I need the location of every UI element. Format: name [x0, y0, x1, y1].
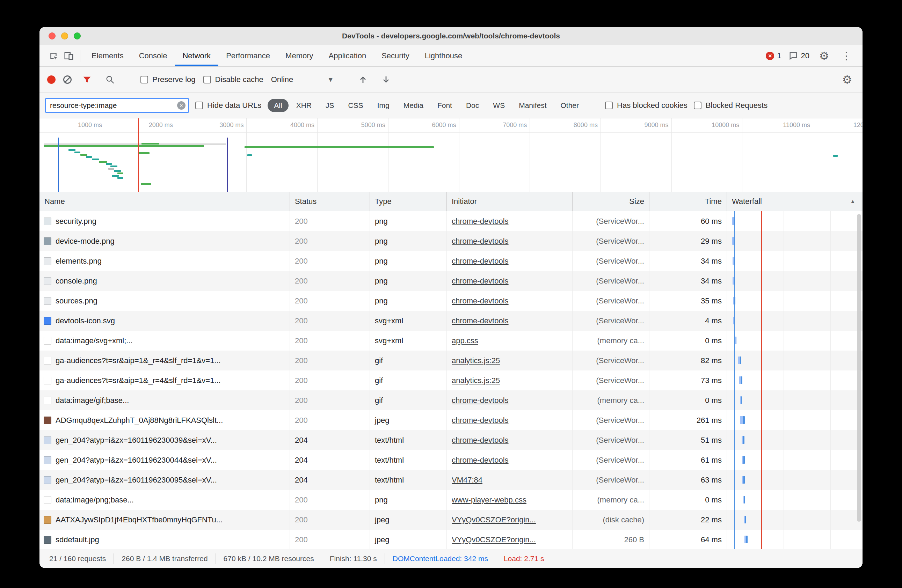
initiator-link[interactable]: chrome-devtools	[452, 456, 509, 465]
column-header-status[interactable]: Status	[290, 192, 370, 211]
table-row[interactable]: gen_204?atyp=i&zx=1601196230039&sei=xV..…	[39, 430, 863, 450]
table-row[interactable]: ga-audiences?t=sr&aip=1&_r=4&slf_rd=1&v=…	[39, 371, 863, 390]
status-bar-item: 21 / 160 requests	[42, 555, 114, 563]
table-row[interactable]: devtools-icon.svg200svg+xmlchrome-devtoo…	[39, 311, 863, 331]
timeline-tick-label: 10000 ms	[669, 122, 739, 129]
initiator-link[interactable]: chrome-devtools	[452, 416, 509, 425]
waterfall-bar	[739, 377, 742, 384]
request-name: data:image/gif;base...	[56, 396, 129, 405]
network-settings-gear-icon[interactable]: ⚙	[839, 72, 855, 87]
tab-performance[interactable]: Performance	[218, 45, 278, 66]
table-row[interactable]: device-mode.png200pngchrome-devtools(Ser…	[39, 231, 863, 251]
clear-requests-icon[interactable]	[63, 75, 72, 84]
filter-pill-other[interactable]: Other	[554, 99, 586, 112]
table-row[interactable]: sources.png200pngchrome-devtools(Service…	[39, 291, 863, 311]
table-row[interactable]: gen_204?atyp=i&zx=1601196230095&sei=xV..…	[39, 470, 863, 490]
has-blocked-cookies-checkbox[interactable]: Has blocked cookies	[605, 101, 687, 110]
initiator-link[interactable]: VM47:84	[452, 475, 482, 485]
column-header-type[interactable]: Type	[370, 192, 447, 211]
search-icon[interactable]	[102, 72, 118, 87]
filter-input[interactable]	[46, 101, 188, 109]
settings-gear-icon[interactable]: ⚙	[816, 48, 832, 64]
initiator-link[interactable]: chrome-devtools	[452, 296, 509, 305]
table-row[interactable]: sddefault.jpg200jpegVYyQv0CSZOE?origin..…	[39, 530, 863, 549]
tab-elements[interactable]: Elements	[84, 45, 132, 66]
throttling-select[interactable]: Online ▾	[271, 75, 333, 84]
filter-pill-media[interactable]: Media	[397, 99, 430, 112]
column-header-initiator[interactable]: Initiator	[447, 192, 573, 211]
table-row[interactable]: elements.png200pngchrome-devtools(Servic…	[39, 251, 863, 271]
import-har-icon[interactable]	[355, 72, 371, 87]
initiator-link[interactable]: chrome-devtools	[452, 217, 509, 226]
filter-pill-img[interactable]: Img	[371, 99, 396, 112]
table-row[interactable]: ADGmqu8qexLZuhphT_0Aj88Ng8riLFKASQlslt..…	[39, 410, 863, 430]
initiator-link[interactable]: analytics.js:25	[452, 356, 500, 365]
filter-pill-doc[interactable]: Doc	[460, 99, 485, 112]
initiator-link[interactable]: chrome-devtools	[452, 436, 509, 445]
tab-security[interactable]: Security	[374, 45, 417, 66]
waterfall-gridline	[854, 331, 854, 350]
initiator-link[interactable]: chrome-devtools	[452, 316, 509, 325]
blocked-requests-checkbox[interactable]: Blocked Requests	[694, 101, 767, 110]
throttling-value: Online	[271, 75, 293, 84]
table-row[interactable]: data:image/gif;base...200gifchrome-devto…	[39, 390, 863, 410]
filter-pill-font[interactable]: Font	[431, 99, 458, 112]
console-messages-badge[interactable]: 20	[788, 51, 810, 61]
device-toolbar-icon[interactable]	[61, 48, 77, 64]
export-har-icon[interactable]	[378, 72, 394, 87]
tab-console[interactable]: Console	[132, 45, 175, 66]
filter-pill-all[interactable]: All	[268, 99, 288, 112]
table-row[interactable]: AATXAJywSIpD1jf4EbqHXTfbe0mnyHqGFNTu...2…	[39, 510, 863, 530]
initiator-link[interactable]: VYyQv0CSZOE?origin...	[452, 515, 536, 524]
initiator-link[interactable]: www-player-webp.css	[452, 496, 526, 505]
cell-name: devtools-icon.svg	[39, 311, 290, 331]
cell-size: (ServiceWor...	[573, 470, 650, 490]
tab-application[interactable]: Application	[321, 45, 374, 66]
scrollbar[interactable]	[857, 214, 861, 522]
initiator-link[interactable]: chrome-devtools	[452, 396, 509, 405]
initiator-link[interactable]: app.css	[452, 336, 478, 345]
inspect-icon[interactable]	[46, 48, 61, 64]
column-header-name[interactable]: Name	[39, 192, 290, 211]
waterfall-gridline	[854, 410, 854, 430]
cell-waterfall	[727, 211, 863, 231]
filter-pill-js[interactable]: JS	[319, 99, 341, 112]
table-row[interactable]: console.png200pngchrome-devtools(Service…	[39, 271, 863, 291]
hide-data-urls-checkbox[interactable]: Hide data URLs	[195, 101, 261, 110]
cell-initiator: VYyQv0CSZOE?origin...	[447, 510, 573, 530]
tab-network[interactable]: Network	[175, 45, 218, 66]
initiator-link[interactable]: chrome-devtools	[452, 256, 509, 266]
load-event-line	[761, 371, 762, 390]
column-header-waterfall[interactable]: Waterfall ▲	[727, 192, 863, 211]
table-row[interactable]: data:image/png;base...200pngwww-player-w…	[39, 490, 863, 510]
clear-filter-icon[interactable]: ✕	[177, 101, 185, 109]
filter-pill-xhr[interactable]: XHR	[290, 99, 318, 112]
tab-memory[interactable]: Memory	[278, 45, 321, 66]
filter-funnel-icon[interactable]	[79, 72, 95, 87]
record-button[interactable]	[47, 75, 56, 84]
kebab-menu-icon[interactable]: ⋮	[839, 48, 854, 64]
initiator-link[interactable]: analytics.js:25	[452, 376, 500, 385]
table-row[interactable]: security.png200pngchrome-devtools(Servic…	[39, 211, 863, 231]
initiator-link[interactable]: chrome-devtools	[452, 237, 509, 246]
table-row[interactable]: data:image/svg+xml;...200svg+xmlapp.css(…	[39, 331, 863, 350]
column-header-time[interactable]: Time	[650, 192, 727, 211]
table-row[interactable]: gen_204?atyp=i&zx=1601196230044&sei=xV..…	[39, 450, 863, 470]
timeline-tick-label: 12000 ms	[811, 122, 863, 129]
filter-pill-manifest[interactable]: Manifest	[512, 99, 553, 112]
initiator-link[interactable]: VYyQv0CSZOE?origin...	[452, 535, 536, 544]
cell-name: data:image/png;base...	[39, 490, 290, 510]
network-overview-timeline[interactable]: 1000 ms2000 ms3000 ms4000 ms5000 ms6000 …	[39, 118, 863, 192]
filter-pill-ws[interactable]: WS	[487, 99, 511, 112]
error-badge[interactable]: ✕ 1	[766, 51, 781, 60]
preserve-log-checkbox[interactable]: Preserve log	[141, 75, 196, 84]
image-thumbnail-icon	[44, 257, 51, 265]
disable-cache-checkbox[interactable]: Disable cache	[203, 75, 263, 84]
cell-waterfall	[727, 450, 863, 470]
tab-lighthouse[interactable]: Lighthouse	[417, 45, 470, 66]
timeline-gridline	[529, 118, 530, 192]
filter-pill-css[interactable]: CSS	[342, 99, 370, 112]
initiator-link[interactable]: chrome-devtools	[452, 277, 509, 286]
table-row[interactable]: ga-audiences?t=sr&aip=1&_r=4&slf_rd=1&v=…	[39, 350, 863, 371]
column-header-size[interactable]: Size	[573, 192, 650, 211]
